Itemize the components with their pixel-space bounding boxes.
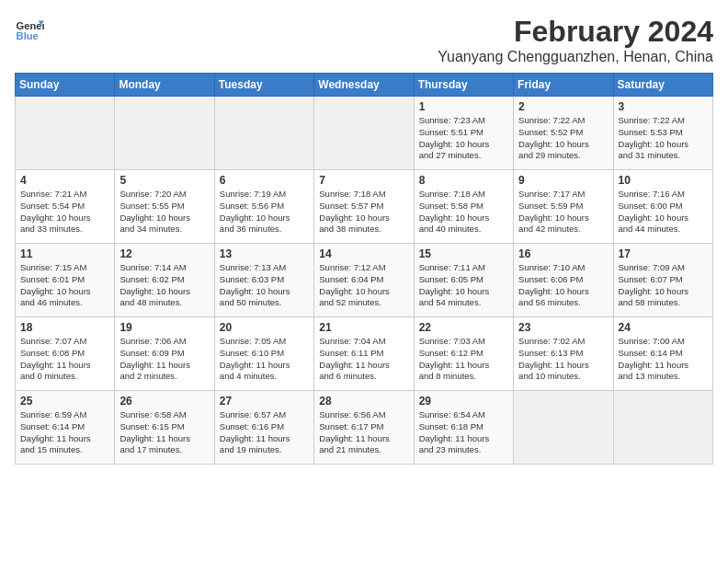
cell-info: Sunrise: 7:07 AM Sunset: 6:08 PM Dayligh… (20, 336, 109, 383)
day-number: 25 (20, 395, 109, 408)
calendar-cell: 14Sunrise: 7:12 AM Sunset: 6:04 PM Dayli… (314, 244, 414, 317)
cell-info: Sunrise: 6:57 AM Sunset: 6:16 PM Dayligh… (220, 409, 309, 456)
calendar-cell: 22Sunrise: 7:03 AM Sunset: 6:12 PM Dayli… (414, 317, 513, 391)
cell-info: Sunrise: 7:19 AM Sunset: 5:56 PM Dayligh… (220, 189, 309, 236)
cell-info: Sunrise: 7:16 AM Sunset: 6:00 PM Dayligh… (619, 189, 708, 236)
calendar-cell: 28Sunrise: 6:56 AM Sunset: 6:17 PM Dayli… (314, 391, 414, 465)
title-area: February 2024 Yuanyang Chengguanzhen, He… (438, 15, 713, 65)
day-number: 18 (20, 321, 109, 334)
cell-info: Sunrise: 7:13 AM Sunset: 6:03 PM Dayligh… (220, 262, 309, 309)
day-number: 2 (518, 100, 608, 113)
day-number: 1 (419, 100, 508, 113)
cell-info: Sunrise: 7:11 AM Sunset: 6:05 PM Dayligh… (419, 262, 508, 309)
calendar-cell (115, 97, 214, 170)
logo-icon: General Blue (15, 15, 44, 44)
calendar-cell: 15Sunrise: 7:11 AM Sunset: 6:05 PM Dayli… (414, 244, 513, 317)
cell-info: Sunrise: 6:54 AM Sunset: 6:18 PM Dayligh… (419, 409, 508, 456)
calendar-cell: 17Sunrise: 7:09 AM Sunset: 6:07 PM Dayli… (613, 244, 712, 317)
calendar-cell: 13Sunrise: 7:13 AM Sunset: 6:03 PM Dayli… (214, 244, 313, 317)
cell-info: Sunrise: 7:10 AM Sunset: 6:06 PM Dayligh… (518, 262, 608, 309)
day-number: 22 (419, 321, 508, 334)
calendar-cell: 12Sunrise: 7:14 AM Sunset: 6:02 PM Dayli… (115, 244, 214, 317)
calendar-cell (314, 97, 414, 170)
cell-info: Sunrise: 6:59 AM Sunset: 6:14 PM Dayligh… (20, 409, 109, 456)
calendar-cell: 16Sunrise: 7:10 AM Sunset: 6:06 PM Dayli… (514, 244, 613, 317)
sub-title: Yuanyang Chengguanzhen, Henan, China (438, 49, 713, 65)
cell-info: Sunrise: 7:17 AM Sunset: 5:59 PM Dayligh… (518, 189, 608, 236)
calendar-cell: 6Sunrise: 7:19 AM Sunset: 5:56 PM Daylig… (214, 170, 313, 244)
calendar-table: SundayMondayTuesdayWednesdayThursdayFrid… (15, 73, 713, 465)
logo: General Blue (15, 15, 44, 44)
day-number: 4 (20, 174, 109, 187)
day-of-week-header: Sunday (16, 74, 115, 97)
day-of-week-header: Monday (115, 74, 214, 97)
day-number: 26 (119, 395, 209, 408)
calendar-cell: 10Sunrise: 7:16 AM Sunset: 6:00 PM Dayli… (613, 170, 712, 244)
day-of-week-header: Thursday (414, 74, 513, 97)
day-number: 24 (619, 321, 708, 334)
day-of-week-header: Wednesday (314, 74, 414, 97)
cell-info: Sunrise: 7:05 AM Sunset: 6:10 PM Dayligh… (220, 336, 309, 383)
day-number: 7 (319, 174, 408, 187)
cell-info: Sunrise: 7:06 AM Sunset: 6:09 PM Dayligh… (119, 336, 209, 383)
day-number: 19 (119, 321, 209, 334)
day-number: 17 (619, 247, 708, 260)
day-number: 10 (619, 174, 708, 187)
calendar-week-row: 11Sunrise: 7:15 AM Sunset: 6:01 PM Dayli… (16, 244, 713, 317)
day-number: 3 (619, 100, 708, 113)
calendar-cell: 4Sunrise: 7:21 AM Sunset: 5:54 PM Daylig… (16, 170, 115, 244)
calendar-cell: 27Sunrise: 6:57 AM Sunset: 6:16 PM Dayli… (214, 391, 313, 465)
day-number: 8 (419, 174, 508, 187)
cell-info: Sunrise: 7:09 AM Sunset: 6:07 PM Dayligh… (619, 262, 708, 309)
calendar-cell: 8Sunrise: 7:18 AM Sunset: 5:58 PM Daylig… (414, 170, 513, 244)
day-number: 29 (419, 395, 508, 408)
cell-info: Sunrise: 7:22 AM Sunset: 5:52 PM Dayligh… (518, 115, 608, 162)
cell-info: Sunrise: 7:04 AM Sunset: 6:11 PM Dayligh… (319, 336, 408, 383)
cell-info: Sunrise: 7:15 AM Sunset: 6:01 PM Dayligh… (20, 262, 109, 309)
day-number: 23 (518, 321, 608, 334)
calendar-cell: 5Sunrise: 7:20 AM Sunset: 5:55 PM Daylig… (115, 170, 214, 244)
cell-info: Sunrise: 6:58 AM Sunset: 6:15 PM Dayligh… (119, 409, 209, 456)
calendar-cell: 7Sunrise: 7:18 AM Sunset: 5:57 PM Daylig… (314, 170, 414, 244)
calendar-cell: 11Sunrise: 7:15 AM Sunset: 6:01 PM Dayli… (16, 244, 115, 317)
main-title: February 2024 (438, 15, 713, 49)
day-number: 12 (119, 247, 209, 260)
calendar-cell: 1Sunrise: 7:23 AM Sunset: 5:51 PM Daylig… (414, 97, 513, 170)
day-number: 5 (119, 174, 209, 187)
day-number: 9 (518, 174, 608, 187)
calendar-cell (613, 391, 712, 465)
calendar-week-row: 25Sunrise: 6:59 AM Sunset: 6:14 PM Dayli… (16, 391, 713, 465)
page-header: General Blue February 2024 Yuanyang Chen… (15, 15, 713, 65)
day-of-week-header: Saturday (613, 74, 712, 97)
calendar-cell (16, 97, 115, 170)
day-number: 28 (319, 395, 408, 408)
cell-info: Sunrise: 7:22 AM Sunset: 5:53 PM Dayligh… (619, 115, 708, 162)
calendar-cell: 9Sunrise: 7:17 AM Sunset: 5:59 PM Daylig… (514, 170, 613, 244)
cell-info: Sunrise: 7:14 AM Sunset: 6:02 PM Dayligh… (119, 262, 209, 309)
cell-info: Sunrise: 7:18 AM Sunset: 5:57 PM Dayligh… (319, 189, 408, 236)
day-number: 27 (220, 395, 309, 408)
day-number: 14 (319, 247, 408, 260)
cell-info: Sunrise: 6:56 AM Sunset: 6:17 PM Dayligh… (319, 409, 408, 456)
day-number: 11 (20, 247, 109, 260)
calendar-cell: 21Sunrise: 7:04 AM Sunset: 6:11 PM Dayli… (314, 317, 414, 391)
cell-info: Sunrise: 7:20 AM Sunset: 5:55 PM Dayligh… (119, 189, 209, 236)
day-number: 20 (220, 321, 309, 334)
calendar-cell: 29Sunrise: 6:54 AM Sunset: 6:18 PM Dayli… (414, 391, 513, 465)
calendar-week-row: 4Sunrise: 7:21 AM Sunset: 5:54 PM Daylig… (16, 170, 713, 244)
day-of-week-header: Friday (514, 74, 613, 97)
day-of-week-header: Tuesday (214, 74, 313, 97)
day-number: 15 (419, 247, 508, 260)
calendar-week-row: 1Sunrise: 7:23 AM Sunset: 5:51 PM Daylig… (16, 97, 713, 170)
day-number: 16 (518, 247, 608, 260)
cell-info: Sunrise: 7:00 AM Sunset: 6:14 PM Dayligh… (619, 336, 708, 383)
calendar-cell: 25Sunrise: 6:59 AM Sunset: 6:14 PM Dayli… (16, 391, 115, 465)
cell-info: Sunrise: 7:23 AM Sunset: 5:51 PM Dayligh… (419, 115, 508, 162)
calendar-cell: 24Sunrise: 7:00 AM Sunset: 6:14 PM Dayli… (613, 317, 712, 391)
calendar-cell: 19Sunrise: 7:06 AM Sunset: 6:09 PM Dayli… (115, 317, 214, 391)
day-number: 13 (220, 247, 309, 260)
day-number: 6 (220, 174, 309, 187)
calendar-cell: 20Sunrise: 7:05 AM Sunset: 6:10 PM Dayli… (214, 317, 313, 391)
svg-text:Blue: Blue (17, 30, 39, 41)
calendar-cell: 18Sunrise: 7:07 AM Sunset: 6:08 PM Dayli… (16, 317, 115, 391)
